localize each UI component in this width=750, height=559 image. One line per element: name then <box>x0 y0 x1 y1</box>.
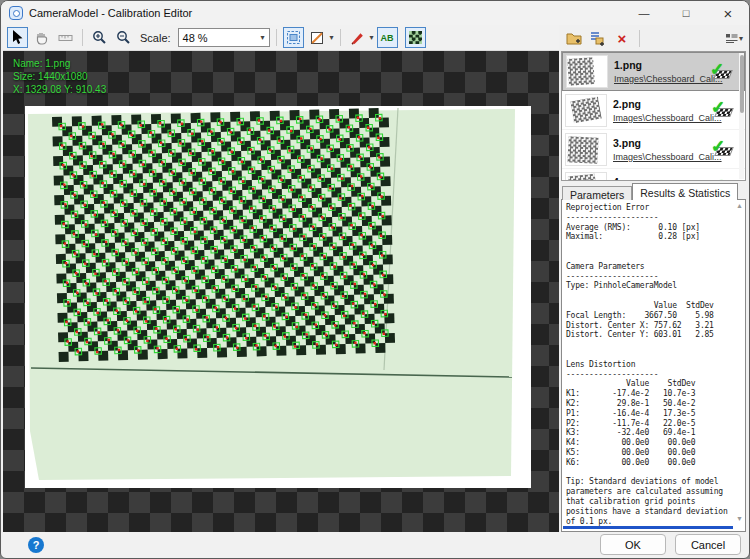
calibration-image[interactable] <box>25 106 531 488</box>
list-view-icon <box>725 33 738 44</box>
checkerboard-icon <box>409 31 422 44</box>
maximize-button[interactable]: □ <box>665 1 707 25</box>
main-toolbar: Scale: 48 % ▾ ▾ ▾ AB <box>3 25 559 51</box>
list-item[interactable]: 4.png Images\Chessboard_Cali... ✓ <box>562 169 745 181</box>
scroll-down-icon[interactable]: ▼ <box>736 515 743 522</box>
bottom-bar: ? OK Cancel <box>2 532 748 557</box>
results-text: Reprojection Error -------------------- … <box>566 203 732 526</box>
chevron-down-icon[interactable]: ▾ <box>330 33 334 42</box>
red-pen-icon <box>350 30 365 45</box>
image-info-overlay: Name: 1.png Size: 1440x1080 X: 1329.08 Y… <box>13 57 106 96</box>
tab-parameters[interactable]: Parameters <box>562 186 632 200</box>
draw-region-button[interactable] <box>347 27 368 48</box>
image-name: 1.png <box>614 59 710 71</box>
results-tabs: Parameters Results & Statistics <box>561 183 746 200</box>
image-name: 4.png <box>613 176 711 182</box>
tab-results-statistics[interactable]: Results & Statistics <box>632 183 738 200</box>
zoom-out-button[interactable] <box>113 27 134 48</box>
image-path-link[interactable]: Images\Chessboard_Cali... <box>614 74 710 84</box>
results-statistics-panel: Reprojection Error -------------------- … <box>561 199 746 532</box>
cancel-button[interactable]: Cancel <box>675 534 741 555</box>
image-viewport[interactable]: Name: 1.png Size: 1440x1080 X: 1329.08 Y… <box>3 51 559 532</box>
no-fill-icon <box>310 31 324 45</box>
scale-label: Scale: <box>140 32 171 44</box>
image-thumbnail <box>565 94 607 127</box>
scroll-up-icon[interactable]: ▲ <box>736 202 743 209</box>
add-sequence-icon <box>590 30 606 46</box>
pan-tool-button[interactable] <box>31 27 52 48</box>
scale-combobox[interactable]: 48 % ▾ <box>178 28 270 47</box>
list-item[interactable]: 1.png Images\Chessboard_Cali... ✓ <box>562 52 745 91</box>
title-bar[interactable]: CameraModel - Calibration Editor — □ × <box>1 1 749 25</box>
close-button[interactable]: × <box>707 1 749 25</box>
list-item[interactable]: 3.png Images\Chessboard_Cali... ✓ <box>562 130 745 169</box>
minimize-button[interactable]: — <box>623 1 665 25</box>
help-button[interactable]: ? <box>28 537 44 553</box>
list-item[interactable]: 2.png Images\Chessboard_Cali... ✓ <box>562 91 745 130</box>
zoom-in-button[interactable] <box>89 27 110 48</box>
ok-button[interactable]: OK <box>600 534 666 555</box>
cursor-coords-text: X: 1329.08 Y: 910.43 <box>13 83 106 96</box>
ab-labels-icon: AB <box>381 33 394 43</box>
list-view-options-button[interactable]: ▾ <box>725 33 743 44</box>
hand-icon <box>34 30 49 45</box>
calibration-success-icon: ✓ <box>711 140 735 158</box>
calibration-success-icon: ✓ <box>711 101 735 119</box>
add-image-button[interactable] <box>564 28 584 48</box>
calibration-editor-window: CameraModel - Calibration Editor — □ × <box>0 0 750 559</box>
image-size-text: Size: 1440x1080 <box>13 70 106 83</box>
toolbar-separator <box>276 29 277 46</box>
list-scrollbar[interactable] <box>739 53 744 179</box>
add-image-sequence-button[interactable] <box>588 28 608 48</box>
select-tool-button[interactable] <box>7 27 28 48</box>
zoom-in-icon <box>92 30 107 45</box>
image-thumbnail <box>565 133 607 166</box>
toolbar-separator <box>82 29 83 46</box>
chevron-down-icon[interactable]: ▾ <box>261 33 265 42</box>
image-path-link[interactable]: Images\Chessboard_Cali... <box>613 152 711 162</box>
image-thumbnail <box>565 172 607 182</box>
calibration-success-icon: ✓ <box>711 179 735 181</box>
calibration-progress-bar <box>563 526 733 529</box>
chevron-down-icon: ▾ <box>739 34 743 43</box>
right-panel: × ▾ 1.png Images\Chessboard_Cali... ✓ <box>561 25 746 532</box>
zoom-out-icon <box>116 30 131 45</box>
add-image-icon <box>566 30 582 46</box>
show-pattern-button[interactable] <box>405 27 426 48</box>
image-list-toolbar: × ▾ <box>561 25 746 51</box>
image-path-link[interactable]: Images\Chessboard_Cali... <box>613 113 711 123</box>
background-mode-button[interactable] <box>307 27 328 48</box>
fit-image-button[interactable] <box>283 27 304 48</box>
cursor-arrow-icon <box>11 30 24 45</box>
image-name: 2.png <box>613 98 711 110</box>
remove-image-button[interactable]: × <box>612 28 632 48</box>
calibration-success-icon: ✓ <box>710 63 734 81</box>
show-labels-button[interactable]: AB <box>377 27 398 48</box>
scale-value: 48 % <box>183 32 208 44</box>
toolbar-separator <box>639 30 640 47</box>
fit-image-icon <box>286 30 301 45</box>
ruler-icon <box>58 30 73 45</box>
window-title: CameraModel - Calibration Editor <box>29 7 192 19</box>
image-name-text: Name: 1.png <box>13 57 106 70</box>
toolbar-separator <box>340 29 341 46</box>
chevron-down-icon[interactable]: ▾ <box>370 33 374 42</box>
image-thumbnail <box>566 55 608 88</box>
image-name: 3.png <box>613 137 711 149</box>
measure-tool-button[interactable] <box>55 27 76 48</box>
calibration-image-list: 1.png Images\Chessboard_Cali... ✓ 2.png … <box>561 51 746 181</box>
scrollbar-thumb[interactable] <box>740 55 744 113</box>
app-icon <box>9 6 23 20</box>
